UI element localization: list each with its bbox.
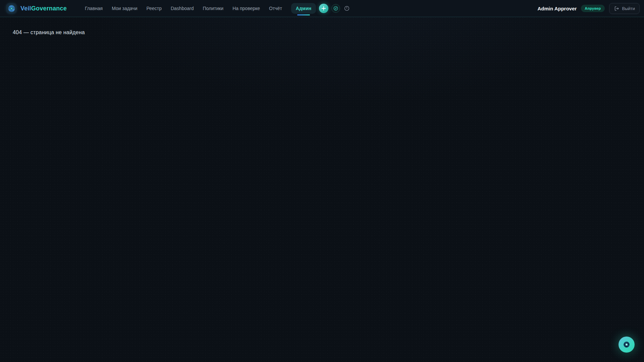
nav-item-in-review[interactable]: На проверке xyxy=(232,6,260,11)
brand-logo-icon xyxy=(6,3,17,14)
nav-item-admin[interactable]: Админ xyxy=(291,3,316,14)
logout-label: Выйти xyxy=(622,6,635,11)
error-404-message: 404 — страница не найдена xyxy=(13,29,631,36)
clock-button[interactable] xyxy=(343,5,351,12)
brand[interactable]: VeilGovernance xyxy=(6,3,67,14)
nav-item-my-tasks[interactable]: Мои задачи xyxy=(112,6,137,11)
logout-button[interactable]: Выйти xyxy=(609,3,640,14)
fab-button[interactable] xyxy=(619,337,635,353)
compass-icon xyxy=(333,6,338,11)
nav-item-report[interactable]: Отчёт xyxy=(269,6,282,11)
clock-icon xyxy=(344,5,350,11)
main-nav: Главная Мои задачи Реестр Dashboard Поли… xyxy=(85,3,316,14)
user-name: Admin Approver xyxy=(537,6,577,11)
main-content: 404 — страница не найдена xyxy=(0,17,644,48)
user-area: Admin Approver Апрувер Выйти xyxy=(537,3,640,14)
role-badge: Апрувер xyxy=(581,5,604,12)
nav-item-admin-label: Админ xyxy=(296,6,311,11)
brand-name-primary: Veil xyxy=(20,5,31,12)
header-icon-buttons xyxy=(319,4,351,13)
nav-item-registry[interactable]: Реестр xyxy=(146,6,162,11)
nav-item-policies[interactable]: Политики xyxy=(203,6,223,11)
nav-item-dashboard[interactable]: Dashboard xyxy=(171,6,194,11)
compass-button[interactable] xyxy=(331,4,340,13)
plus-icon xyxy=(321,6,326,11)
active-tab-underline xyxy=(297,14,310,15)
nav-item-home[interactable]: Главная xyxy=(85,6,103,11)
brand-name-secondary: Governance xyxy=(31,5,67,12)
add-button[interactable] xyxy=(319,4,328,13)
header: VeilGovernance Главная Мои задачи Реестр… xyxy=(0,0,644,17)
logout-icon xyxy=(614,6,620,11)
brand-name: VeilGovernance xyxy=(20,5,67,12)
fab-aperture-icon xyxy=(623,341,630,348)
